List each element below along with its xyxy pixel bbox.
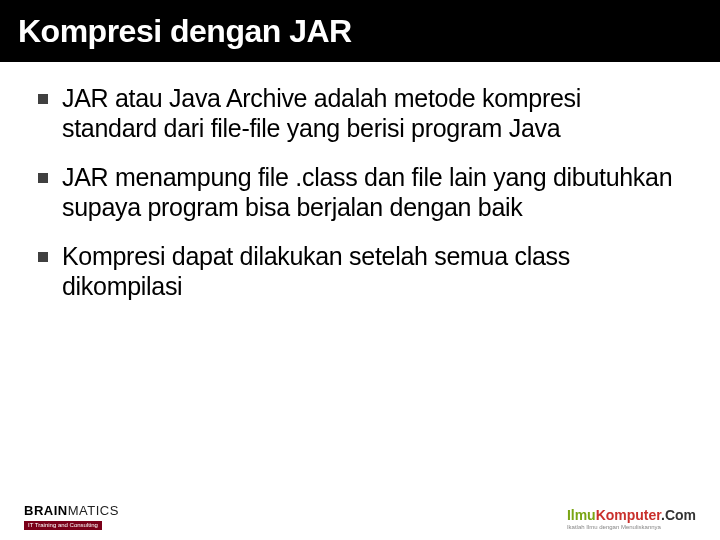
bullet-marker-icon [38, 173, 48, 183]
bullet-marker-icon [38, 94, 48, 104]
brand-part-2: MATICS [68, 503, 119, 518]
bullet-item: JAR atau Java Archive adalah metode komp… [38, 84, 682, 143]
brand-tagline: IT Training and Consulting [24, 521, 102, 530]
brand-part-1: BRAIN [24, 503, 68, 518]
bullet-text: JAR atau Java Archive adalah metode komp… [62, 84, 682, 143]
slide-title: Kompresi dengan JAR [18, 13, 352, 50]
logo-part-ilmu: Ilmu [567, 507, 596, 523]
footer-logo-left: BRAINMATICS IT Training and Consulting [24, 504, 119, 530]
bullet-item: JAR menampung file .class dan file lain … [38, 163, 682, 222]
bullet-item: Kompresi dapat dilakukan setelah semua c… [38, 242, 682, 301]
slide-content: JAR atau Java Archive adalah metode komp… [0, 62, 720, 301]
logo-part-com: .Com [661, 507, 696, 523]
bullet-text: JAR menampung file .class dan file lain … [62, 163, 682, 222]
logo-subtitle: Ikatlah Ilmu dengan Menuliskannya [567, 524, 696, 530]
brainmatics-logo: BRAINMATICS [24, 504, 119, 518]
bullet-marker-icon [38, 252, 48, 262]
footer-logo-right: IlmuKomputer.Com Ikatlah Ilmu dengan Men… [567, 508, 696, 530]
slide-header: Kompresi dengan JAR [0, 0, 720, 62]
logo-part-komputer: Komputer [596, 507, 661, 523]
slide-footer: BRAINMATICS IT Training and Consulting I… [0, 504, 720, 530]
bullet-text: Kompresi dapat dilakukan setelah semua c… [62, 242, 682, 301]
